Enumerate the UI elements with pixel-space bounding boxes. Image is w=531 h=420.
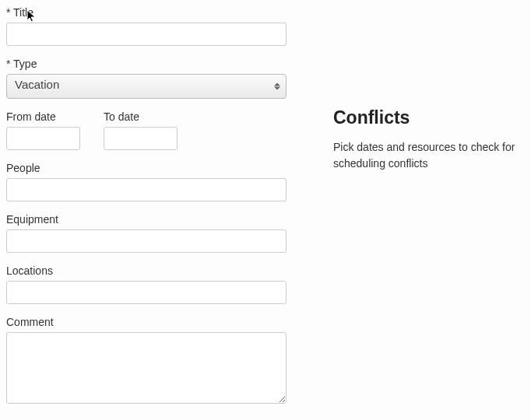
from-date-label: From date [6,110,80,123]
people-field-group: People [6,162,287,201]
from-date-field-group: From date [6,110,80,150]
equipment-label: Equipment [6,213,287,226]
to-date-label: To date [104,110,178,123]
equipment-input[interactable] [6,229,287,253]
comment-textarea[interactable] [6,332,287,404]
locations-field-group: Locations [6,264,287,304]
locations-input[interactable] [6,281,287,304]
from-date-input[interactable] [6,127,80,150]
type-field-group: * Type Vacation [6,58,287,99]
conflicts-description: Pick dates and resources to check for sc… [333,139,525,172]
type-select[interactable]: Vacation [6,74,287,99]
form-column: * Title * Type Vacation From date To dat… [6,6,287,418]
locations-label: Locations [6,264,287,277]
title-label: * Title [6,6,287,19]
comment-label: Comment [6,316,287,328]
to-date-input[interactable] [104,127,178,150]
conflicts-heading: Conflicts [333,107,525,128]
people-input[interactable] [6,178,287,201]
type-label: * Type [6,58,287,70]
comment-field-group: Comment [6,316,287,406]
equipment-field-group: Equipment [6,213,287,253]
to-date-field-group: To date [104,110,178,150]
title-input[interactable] [6,23,287,46]
conflicts-panel: Conflicts Pick dates and resources to ch… [333,6,525,418]
people-label: People [6,162,287,174]
title-field-group: * Title [6,6,287,46]
